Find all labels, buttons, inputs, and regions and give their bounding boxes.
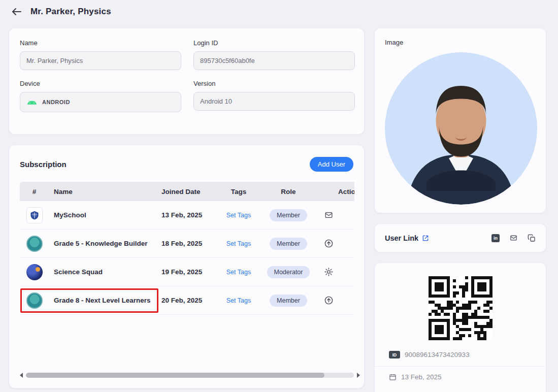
- row-avatar: [26, 207, 43, 223]
- back-button[interactable]: [10, 5, 23, 18]
- name-field[interactable]: [20, 51, 181, 70]
- settings-icon[interactable]: [324, 267, 334, 277]
- science-group-icon: [26, 264, 43, 280]
- row-avatar-cell: [20, 292, 49, 309]
- row-avatar: [26, 292, 43, 309]
- qr-code: [429, 276, 493, 340]
- scrollbar-track[interactable]: [26, 373, 354, 378]
- login-id-field[interactable]: [193, 51, 355, 70]
- row-joined-date: 20 Feb, 2025: [161, 297, 217, 304]
- linkedin-icon[interactable]: in: [491, 234, 500, 242]
- table-header: # Name Joined Date Tags Role Actions: [20, 182, 354, 201]
- version-label: Version: [193, 80, 355, 87]
- row-name: Grade 8 - Next Level Learners: [49, 297, 161, 304]
- role-badge: Moderator: [267, 266, 310, 278]
- qr-code-box: [429, 276, 493, 340]
- row-avatar-cell: [20, 207, 49, 223]
- upload-icon[interactable]: [324, 296, 334, 305]
- user-id-value: 90089613473420933: [405, 351, 470, 358]
- subscription-table: # Name Joined Date Tags Role Actions MyS…: [20, 182, 354, 315]
- android-icon: [26, 99, 38, 106]
- email-icon[interactable]: [509, 234, 518, 242]
- row-joined-date: 19 Feb, 2025: [161, 268, 217, 276]
- device-value: ANDROID: [42, 99, 70, 105]
- table-row[interactable]: Grade 5 - Knowledge Builder 18 Feb, 2025…: [20, 230, 354, 258]
- user-link-card: User Link in: [374, 223, 546, 252]
- external-link-icon: [422, 235, 429, 242]
- set-tags-link[interactable]: Set Tags: [226, 269, 251, 276]
- set-tags-link[interactable]: Set Tags: [226, 212, 251, 219]
- row-avatar-cell: [20, 236, 49, 252]
- page: Mr. Parker, Physics Name Login ID Device…: [0, 0, 558, 392]
- scroll-left-icon[interactable]: [20, 373, 23, 378]
- grade-group-icon: [26, 236, 43, 252]
- column-header-actions: Actions: [317, 188, 354, 195]
- upload-icon[interactable]: [324, 239, 334, 248]
- device-field: ANDROID: [20, 92, 181, 112]
- table-row[interactable]: Grade 8 - Next Level Learners 20 Feb, 20…: [20, 286, 354, 315]
- qr-card: ID 90089613473420933 13 Feb, 2025: [374, 263, 546, 392]
- user-link-label: User Link: [385, 234, 418, 242]
- row-avatar: [26, 236, 43, 252]
- column-header-tags: Tags: [217, 188, 260, 195]
- name-label: Name: [20, 39, 181, 47]
- arrow-left-icon: [11, 6, 23, 18]
- grade-group-icon: [26, 292, 43, 309]
- role-badge: Member: [270, 238, 307, 250]
- message-icon[interactable]: [324, 211, 334, 219]
- user-link[interactable]: User Link: [385, 234, 429, 242]
- row-name: MySchool: [49, 211, 161, 219]
- version-field[interactable]: [193, 92, 355, 111]
- column-header-name: Name: [49, 188, 161, 195]
- row-avatar: [26, 264, 43, 280]
- calendar-icon: [389, 373, 397, 381]
- row-name: Grade 5 - Knowledge Builder: [49, 240, 161, 247]
- image-card: Image: [374, 28, 546, 213]
- column-header-role: Role: [260, 188, 317, 195]
- scroll-right-icon[interactable]: [357, 373, 360, 378]
- set-tags-link[interactable]: Set Tags: [226, 297, 251, 304]
- school-logo-icon: [26, 207, 43, 223]
- set-tags-link[interactable]: Set Tags: [226, 240, 251, 247]
- device-label: Device: [20, 80, 181, 87]
- page-title: Mr. Parker, Physics: [30, 7, 111, 17]
- table-row[interactable]: Science Squad 19 Feb, 2025 Set Tags Mode…: [20, 258, 354, 286]
- profile-card: Name Login ID Device ANDROID Version: [9, 28, 365, 135]
- scrollbar-thumb[interactable]: [26, 373, 324, 378]
- joined-date-row: 13 Feb, 2025: [375, 366, 546, 381]
- column-header-index: #: [20, 188, 49, 195]
- subscription-card: Subscription Add User # Name Joined Date…: [9, 145, 365, 388]
- image-label: Image: [385, 39, 536, 46]
- role-badge: Member: [270, 295, 307, 307]
- page-header: Mr. Parker, Physics: [10, 5, 111, 18]
- subscription-title: Subscription: [20, 160, 67, 169]
- row-joined-date: 18 Feb, 2025: [161, 240, 217, 247]
- add-user-button[interactable]: Add User: [310, 157, 353, 172]
- login-id-label: Login ID: [193, 39, 355, 47]
- id-badge-icon: ID: [389, 351, 400, 358]
- row-avatar-cell: [20, 264, 49, 280]
- row-joined-date: 13 Feb, 2025: [161, 211, 217, 219]
- column-header-joined-date: Joined Date: [161, 188, 217, 195]
- role-badge: Member: [270, 209, 307, 221]
- user-avatar: [385, 52, 537, 205]
- horizontal-scrollbar[interactable]: [20, 372, 360, 379]
- copy-icon[interactable]: [528, 234, 536, 242]
- joined-date-value: 13 Feb, 2025: [401, 373, 442, 381]
- row-name: Science Squad: [49, 268, 161, 276]
- table-row[interactable]: MySchool 13 Feb, 2025 Set Tags Member: [20, 201, 354, 230]
- subscription-rows: MySchool 13 Feb, 2025 Set Tags Member Gr…: [20, 201, 354, 315]
- user-id-row: ID 90089613473420933: [375, 351, 546, 358]
